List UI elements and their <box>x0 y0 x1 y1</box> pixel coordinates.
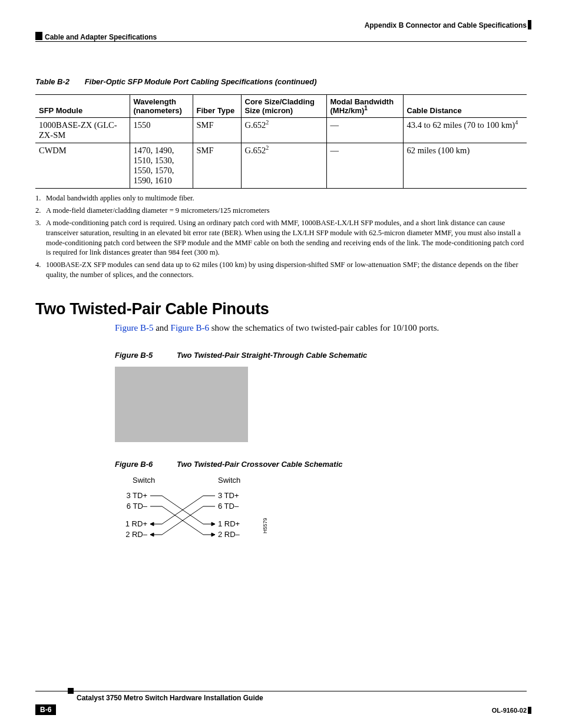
header-bar-left <box>35 32 42 40</box>
svg-marker-12 <box>150 522 154 526</box>
cell: 1470, 1490, 1510, 1530, 1550, 1570, 1590… <box>130 143 193 189</box>
cell: CWDM <box>35 143 130 189</box>
footnotes: 1.Modal bandwidth applies only to multim… <box>35 193 527 280</box>
figure-b6-link[interactable]: Figure B-6 <box>171 323 209 332</box>
table-row: 1000BASE-ZX (GLC-ZX-SM 1550 SMF G.6522 —… <box>35 118 527 143</box>
footer-bar <box>68 688 74 694</box>
header-rule <box>35 41 527 42</box>
figure-b5-caption: Figure B-5Two Twisted-Pair Straight-Thro… <box>115 351 527 360</box>
table-head: SFP Module Wavelength (nanometers) Fiber… <box>35 95 527 118</box>
table-caption: Table B-2 Fiber-Optic SFP Module Port Ca… <box>35 77 527 86</box>
spec-table: SFP Module Wavelength (nanometers) Fiber… <box>35 94 527 189</box>
body-paragraph: Figure B-5 and Figure B-6 show the schem… <box>115 323 527 333</box>
table-caption-num: Table B-2 <box>35 77 82 86</box>
pin-label: 3 TD+ <box>218 491 239 500</box>
pin-label: 6 TD– <box>218 502 239 510</box>
cell: — <box>326 143 403 189</box>
figure-b5-image <box>115 367 248 442</box>
col-cable-dist: Cable Distance <box>403 95 527 118</box>
svg-marker-15 <box>211 533 215 536</box>
col-modal-bw: Modal Bandwidth (MHz/km)1 <box>326 95 403 118</box>
cell: SMF <box>193 118 241 143</box>
col-sfp: SFP Module <box>35 95 130 118</box>
page: Appendix B Connector and Cable Specifica… <box>0 0 562 728</box>
col-core-size: Core Size/Cladding Size (micron) <box>241 95 326 118</box>
header-section: Cable and Adapter Specifications <box>45 33 157 41</box>
cell: 62 miles (100 km) <box>403 143 527 189</box>
cell: G.6522 <box>241 118 326 143</box>
cell: SMF <box>193 143 241 189</box>
cell: G.6522 <box>241 143 326 189</box>
footer-rule <box>35 691 527 691</box>
pin-label: 2 RD– <box>218 530 240 539</box>
cell: 1000BASE-ZX (GLC-ZX-SM <box>35 118 130 143</box>
page-number: B-6 <box>35 704 56 715</box>
pin-label: 2 RD– <box>125 530 148 539</box>
figure-b6-image: Switch Switch 3 TD+ 6 TD– 1 RD+ 2 RD– 3 … <box>115 475 527 554</box>
pin-label: 1 RD+ <box>218 519 240 528</box>
header-bar-right <box>528 20 531 29</box>
doc-id-bar <box>528 707 531 714</box>
cell: — <box>326 118 403 143</box>
doc-id: OL-9160-02 <box>492 707 527 714</box>
cell: 1550 <box>130 118 193 143</box>
figure-b6-caption: Figure B-6Two Twisted-Pair Crossover Cab… <box>115 460 527 469</box>
pin-label: 1 RD+ <box>125 519 147 528</box>
col-fiber-type: Fiber Type <box>193 95 241 118</box>
svg-marker-14 <box>211 522 215 526</box>
figure-id: H5579 <box>262 518 268 533</box>
figure-b5-link[interactable]: Figure B-5 <box>115 323 153 332</box>
pin-label: 6 TD– <box>127 502 148 510</box>
section-heading: Two Twisted-Pair Cable Pinouts <box>35 300 527 318</box>
fig6-left-header: Switch <box>133 476 155 485</box>
footnote: 3.A mode-conditioning patch cord is requ… <box>35 218 527 258</box>
table-row: CWDM 1470, 1490, 1510, 1530, 1550, 1570,… <box>35 143 527 189</box>
header-appendix: Appendix B Connector and Cable Specifica… <box>365 21 527 29</box>
fig6-right-header: Switch <box>218 476 240 485</box>
footnote: 1.Modal bandwidth applies only to multim… <box>35 193 527 203</box>
cell: 43.4 to 62 miles (70 to 100 km)4 <box>403 118 527 143</box>
footnote: 2.A mode-field diameter/cladding diamete… <box>35 206 527 216</box>
footer-title: Catalyst 3750 Metro Switch Hardware Inst… <box>77 694 263 702</box>
footnote: 4.1000BASE-ZX SFP modules can send data … <box>35 260 527 280</box>
table-caption-title: Fiber-Optic SFP Module Port Cabling Spec… <box>85 77 317 86</box>
svg-marker-13 <box>150 533 154 536</box>
col-wavelength: Wavelength (nanometers) <box>130 95 193 118</box>
pin-label: 3 TD+ <box>126 491 147 500</box>
